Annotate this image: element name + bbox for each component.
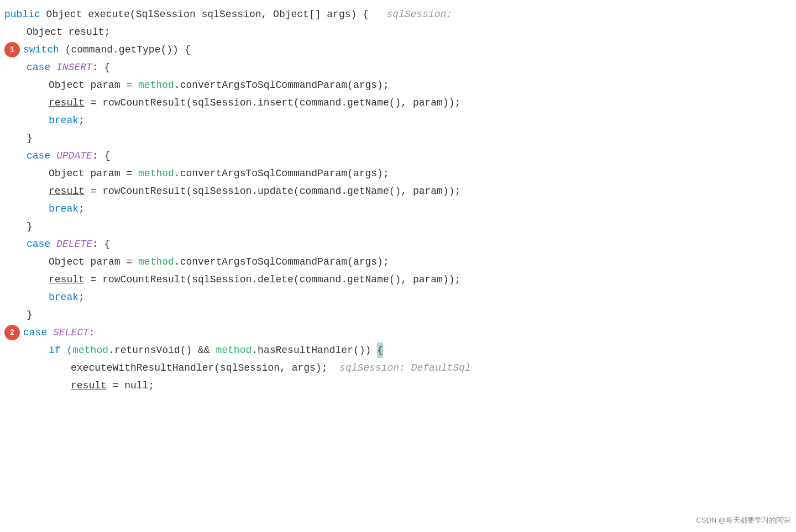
- code-content: switch (command.getType()) {: [23, 42, 190, 58]
- code-line: Object param = method.convertArgsToSqlCo…: [0, 76, 796, 94]
- code-token: case: [27, 236, 56, 252]
- code-content: result = rowCountResult(sqlSession.updat…: [49, 183, 460, 199]
- code-line: Object result;: [0, 23, 796, 41]
- code-token: .convertArgsToSqlCommandParam(args);: [174, 254, 389, 270]
- code-line: case UPDATE: {: [0, 147, 796, 165]
- code-token: = null;: [107, 378, 154, 394]
- code-token: = rowCountResult(sqlSession.delete(comma…: [85, 272, 461, 288]
- code-line: break;: [0, 288, 796, 306]
- code-token: UPDATE: [56, 148, 92, 164]
- code-content: break;: [49, 113, 85, 129]
- code-token: Object param =: [49, 254, 138, 270]
- code-token: case: [27, 148, 56, 164]
- code-token: method: [216, 343, 252, 359]
- code-token: result: [49, 183, 85, 199]
- code-token: result: [49, 95, 85, 111]
- code-line: break;: [0, 200, 796, 218]
- watermark: CSDN @每天都要学习的阿荣: [696, 515, 790, 526]
- code-content: break;: [49, 289, 85, 305]
- code-token: : {: [92, 236, 110, 252]
- code-line: executeWithResultHandler(sqlSession, arg…: [0, 359, 796, 377]
- code-token: Object result;: [27, 24, 110, 40]
- code-token: sqlSession:: [369, 7, 458, 23]
- code-line: }: [0, 306, 796, 324]
- code-line: if (method.returnsVoid() && method.hasRe…: [0, 341, 796, 359]
- code-token: method: [72, 343, 108, 359]
- code-token: INSERT: [56, 60, 92, 76]
- code-token: method: [138, 166, 174, 182]
- code-content: executeWithResultHandler(sqlSession, arg…: [71, 360, 471, 376]
- code-content: case DELETE: {: [27, 236, 110, 252]
- code-line: 1switch (command.getType()) {: [0, 41, 796, 59]
- code-line: Object param = method.convertArgsToSqlCo…: [0, 253, 796, 271]
- code-token: : {: [92, 60, 110, 76]
- code-content: case SELECT:: [23, 325, 95, 341]
- code-token: .returnsVoid() &&: [108, 343, 216, 359]
- code-content: }: [27, 130, 33, 146]
- code-token: ;: [78, 289, 85, 305]
- code-token: .convertArgsToSqlCommandParam(args);: [174, 166, 389, 182]
- code-token: ;: [78, 113, 85, 129]
- code-token: (command.getType()) {: [59, 42, 191, 58]
- code-token: break: [49, 201, 78, 217]
- line-badge-2: 2: [4, 325, 20, 340]
- code-line: public Object execute(SqlSession sqlSess…: [0, 6, 796, 23]
- code-token: public: [4, 7, 40, 23]
- code-token: case: [27, 60, 56, 76]
- code-content: Object param = method.convertArgsToSqlCo…: [49, 77, 389, 93]
- code-token: SELECT: [53, 325, 89, 341]
- code-token: Object: [40, 7, 88, 23]
- code-token: = rowCountResult(sqlSession.update(comma…: [85, 183, 461, 199]
- code-token: if (: [49, 343, 72, 359]
- code-content: }: [27, 219, 33, 235]
- code-content: Object param = method.convertArgsToSqlCo…: [49, 254, 389, 270]
- code-token: (SqlSession sqlSession, Object[] args) {: [130, 7, 369, 23]
- code-line: case INSERT: {: [0, 59, 796, 76]
- code-token: .convertArgsToSqlCommandParam(args);: [174, 77, 389, 93]
- code-token: executeWithResultHandler(sqlSession, arg…: [71, 360, 327, 376]
- code-content: case UPDATE: {: [27, 148, 110, 164]
- code-token: Object param =: [49, 166, 138, 182]
- code-line: result = rowCountResult(sqlSession.inser…: [0, 94, 796, 112]
- code-token: case: [23, 325, 53, 341]
- code-token: break: [49, 289, 78, 305]
- code-token: }: [27, 130, 33, 146]
- code-line: result = rowCountResult(sqlSession.updat…: [0, 182, 796, 200]
- code-token: ;: [78, 201, 85, 217]
- code-token: result: [71, 378, 107, 394]
- code-token: .hasResultHandler()): [252, 343, 377, 359]
- code-token: break: [49, 113, 78, 129]
- code-token: execute: [88, 7, 130, 23]
- code-token: }: [27, 219, 33, 235]
- code-line: break;: [0, 112, 796, 129]
- code-token: }: [27, 307, 33, 323]
- code-token: DELETE: [56, 236, 92, 252]
- code-line: }: [0, 129, 796, 147]
- code-token: method: [138, 254, 174, 270]
- code-token: method: [138, 77, 174, 93]
- code-line: result = rowCountResult(sqlSession.delet…: [0, 271, 796, 288]
- code-token: :: [89, 325, 95, 341]
- code-token: Object param =: [49, 77, 138, 93]
- code-token: = rowCountResult(sqlSession.insert(comma…: [85, 95, 461, 111]
- code-line: Object param = method.convertArgsToSqlCo…: [0, 165, 796, 182]
- code-content: case INSERT: {: [27, 60, 110, 76]
- code-line: 2case SELECT:: [0, 324, 796, 341]
- code-content: }: [27, 307, 33, 323]
- code-line: result = null;: [0, 377, 796, 394]
- code-token: : {: [92, 148, 110, 164]
- code-token: switch: [23, 42, 59, 58]
- code-content: result = rowCountResult(sqlSession.delet…: [49, 272, 460, 288]
- line-badge-1: 1: [4, 42, 20, 57]
- code-token: result: [49, 272, 85, 288]
- code-container: public Object execute(SqlSession sqlSess…: [0, 0, 796, 532]
- code-content: result = null;: [71, 378, 154, 394]
- code-line: case DELETE: {: [0, 235, 796, 253]
- code-content: Object result;: [27, 24, 110, 40]
- code-line: }: [0, 218, 796, 235]
- code-token: sqlSession: DefaultSql: [327, 360, 470, 376]
- code-content: break;: [49, 201, 85, 217]
- code-content: if (method.returnsVoid() && method.hasRe…: [49, 343, 383, 359]
- code-content: public Object execute(SqlSession sqlSess…: [4, 7, 458, 23]
- code-content: result = rowCountResult(sqlSession.inser…: [49, 95, 460, 111]
